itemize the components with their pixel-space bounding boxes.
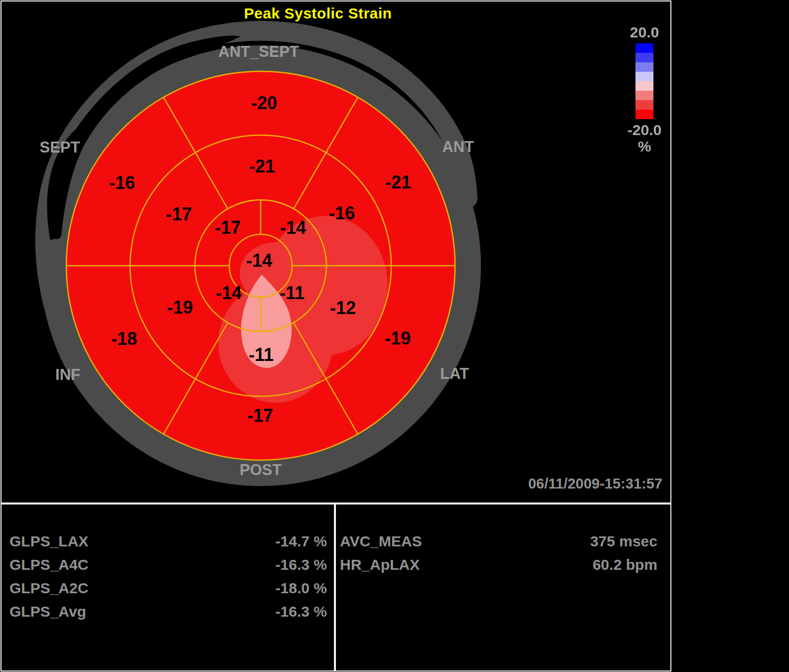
region-label-inf: INF [55,366,80,383]
region-label-post: POST [240,461,282,479]
segment-value: -16 [329,203,355,223]
segment-value: -19 [385,328,411,348]
measurement-label: AVC_MEAS [340,529,422,553]
region-label-ant-sept: ANT_SEPT [218,43,299,60]
acquisition-timestamp: 06/11/2009-15:31:57 [528,476,662,492]
strain-color-scale: 20.0 -20.0 % [619,24,670,155]
timing-panel: AVC_MEAS 375 msec HR_ApLAX 60.2 bpm [335,504,671,672]
measurement-label: GLPS_Avg [9,600,86,623]
bullseye-panel: ANT_SEPT ANT SEPT LAT INF POST -20 -21 -… [0,0,671,504]
global-strain-panel: GLPS_LAX -14.7 % GLPS_A4C -16.3 % GLPS_A… [0,504,335,672]
region-label-ant: ANT [442,138,474,156]
segment-value: -21 [249,156,275,176]
measurement-label: GLPS_A4C [9,553,88,576]
measurement-row: AVC_MEAS 375 msec [336,529,670,553]
global-strain-rows: GLPS_LAX -14.7 % GLPS_A4C -16.3 % GLPS_A… [1,529,334,623]
measurement-value: 375 msec [590,529,657,553]
measurement-row: GLPS_LAX -14.7 % [1,529,334,553]
measurement-row: GLPS_A4C -16.3 % [1,553,334,576]
measurement-row: HR_ApLAX 60.2 bpm [336,553,670,576]
segment-value: -17 [166,204,192,224]
measurement-value: -18.0 % [276,576,327,600]
segment-value: -11 [280,283,305,303]
scale-swatch [635,100,653,110]
segment-value: -21 [385,172,411,192]
measurement-value: -16.3 % [276,553,327,576]
scale-swatch [635,72,653,81]
segment-value: -20 [251,93,277,113]
page-title: Peak Systolic Strain [1,5,634,22]
measurement-value: 60.2 bpm [593,553,657,576]
segment-value: -14 [246,250,272,271]
segment-value: -11 [249,344,274,365]
scale-max-label: 20.0 [619,24,670,40]
segment-value: -14 [216,283,242,303]
scale-swatch [635,62,653,72]
scale-swatch [635,53,653,62]
segment-value: -17 [247,405,273,426]
measurement-label: GLPS_LAX [9,529,88,553]
echo-strain-screen: ANT_SEPT ANT SEPT LAT INF POST -20 -21 -… [0,0,789,672]
region-label-lat: LAT [440,365,469,382]
measurement-value: -16.3 % [276,600,327,623]
measurement-label: GLPS_A2C [9,576,88,600]
scale-swatch [635,110,653,119]
measurement-row: GLPS_A2C -18.0 % [1,576,334,600]
segment-value: -18 [111,329,137,349]
timing-rows: AVC_MEAS 375 msec HR_ApLAX 60.2 bpm [336,529,670,576]
scale-swatch [635,81,653,91]
region-label-sept: SEPT [40,139,80,156]
scale-min-label: -20.0 [619,122,670,138]
strain-bullseye: ANT_SEPT ANT SEPT LAT INF POST -20 -21 -… [1,1,670,503]
scale-swatch [635,43,653,53]
scale-swatch [635,91,653,100]
measurement-label: HR_ApLAX [340,553,420,576]
segment-value: -12 [330,298,356,318]
segment-value: -17 [215,217,241,238]
segment-value: -14 [280,217,306,238]
segment-value: -16 [109,172,135,193]
color-scale-bar [635,43,653,119]
measurement-value: -14.7 % [276,529,327,553]
segment-value: -19 [167,297,193,318]
measurement-row: GLPS_Avg -16.3 % [1,600,334,623]
scale-unit: % [619,138,670,155]
